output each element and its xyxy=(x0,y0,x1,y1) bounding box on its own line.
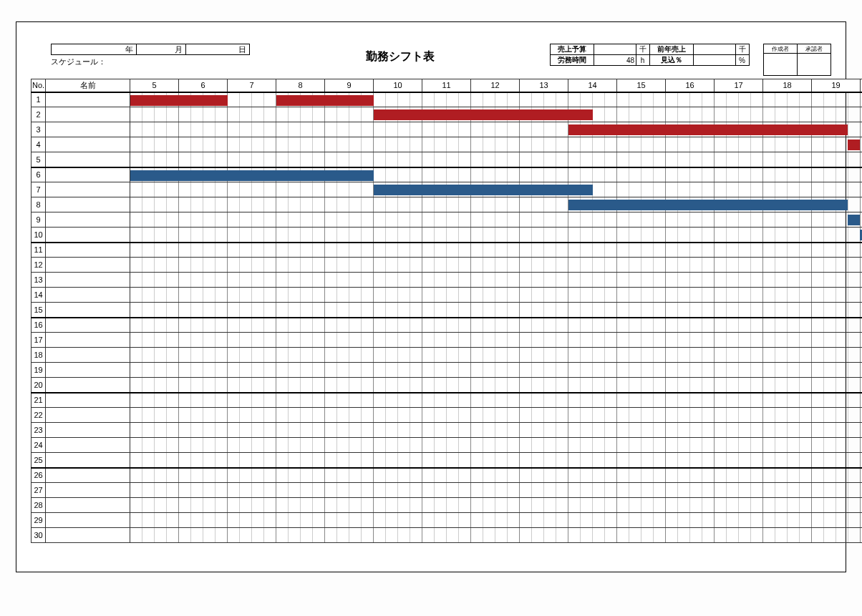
cell-timeline[interactable] xyxy=(130,348,863,363)
cell-timeline[interactable] xyxy=(130,258,863,273)
cell-timeline[interactable] xyxy=(130,423,863,438)
cell-no: 5 xyxy=(32,152,46,167)
cell-timeline[interactable] xyxy=(130,137,863,152)
cell-name[interactable] xyxy=(46,273,130,288)
cell-name[interactable] xyxy=(46,92,130,107)
budget-label: 売上予算 xyxy=(550,44,594,55)
shift-bar xyxy=(374,109,593,120)
cell-timeline[interactable] xyxy=(130,483,863,498)
cell-name[interactable] xyxy=(46,303,130,318)
col-hour-12: 12 xyxy=(471,79,520,92)
col-hour-7: 7 xyxy=(228,79,276,92)
cell-no: 27 xyxy=(32,483,46,498)
cell-timeline[interactable] xyxy=(130,197,863,212)
cell-name[interactable] xyxy=(46,228,130,243)
ratio-value[interactable] xyxy=(693,54,736,66)
shift-bar xyxy=(848,215,860,225)
cell-timeline[interactable] xyxy=(130,152,863,167)
budget-value[interactable] xyxy=(594,44,636,55)
cell-timeline[interactable] xyxy=(130,303,863,318)
table-row: 17 xyxy=(32,333,863,348)
col-hour-19: 19 xyxy=(812,79,861,92)
cell-name[interactable] xyxy=(46,393,130,408)
cell-timeline[interactable] xyxy=(130,468,863,483)
cell-timeline[interactable] xyxy=(130,107,863,122)
cell-timeline[interactable] xyxy=(130,363,863,378)
cell-timeline[interactable] xyxy=(130,333,863,348)
budget-unit: 千 xyxy=(636,44,650,55)
cell-name[interactable] xyxy=(46,498,130,513)
cell-timeline[interactable] xyxy=(130,528,863,543)
cell-name[interactable] xyxy=(46,288,130,303)
cell-timeline[interactable] xyxy=(130,378,863,393)
cell-timeline[interactable] xyxy=(130,243,863,258)
cell-timeline[interactable] xyxy=(130,167,863,182)
cell-timeline[interactable] xyxy=(130,182,863,197)
stamp-creator-box[interactable] xyxy=(764,54,797,75)
cell-name[interactable] xyxy=(46,363,130,378)
cell-name[interactable] xyxy=(46,468,130,483)
cell-timeline[interactable] xyxy=(130,438,863,453)
cell-name[interactable] xyxy=(46,243,130,258)
cell-name[interactable] xyxy=(46,438,130,453)
cell-name[interactable] xyxy=(46,408,130,423)
cell-timeline[interactable] xyxy=(130,498,863,513)
cell-name[interactable] xyxy=(46,423,130,438)
shift-bar xyxy=(276,95,374,106)
month-cell[interactable]: 月 xyxy=(136,44,186,55)
cell-timeline[interactable] xyxy=(130,393,863,408)
cell-name[interactable] xyxy=(46,528,130,543)
cell-name[interactable] xyxy=(46,122,130,137)
cell-name[interactable] xyxy=(46,318,130,333)
cell-no: 9 xyxy=(32,212,46,228)
cell-name[interactable] xyxy=(46,483,130,498)
cell-name[interactable] xyxy=(46,167,130,182)
cell-timeline[interactable] xyxy=(130,228,863,243)
schedule-label: スケジュール： xyxy=(51,57,250,67)
cell-name[interactable] xyxy=(46,107,130,122)
cell-timeline[interactable] xyxy=(130,92,863,107)
table-row: 74.5 xyxy=(32,182,863,197)
prev-value[interactable] xyxy=(693,44,736,55)
grid-header-row: No.名前56789101112131415161718192021222324… xyxy=(32,79,863,92)
ratio-unit: % xyxy=(735,54,750,66)
col-hour-14: 14 xyxy=(568,79,617,92)
cell-timeline[interactable] xyxy=(130,453,863,468)
cell-timeline[interactable] xyxy=(130,273,863,288)
cell-timeline[interactable] xyxy=(130,212,863,228)
cell-name[interactable] xyxy=(46,453,130,468)
year-cell[interactable]: 年 xyxy=(51,44,137,55)
table-row: 24.5 xyxy=(32,107,863,122)
cell-name[interactable] xyxy=(46,258,130,273)
cell-timeline[interactable] xyxy=(130,408,863,423)
cell-timeline[interactable] xyxy=(130,318,863,333)
col-hour-11: 11 xyxy=(422,79,471,92)
cell-name[interactable] xyxy=(46,152,130,167)
cell-no: 10 xyxy=(32,228,46,243)
cell-no: 18 xyxy=(32,348,46,363)
cell-timeline[interactable] xyxy=(130,513,863,528)
cell-name[interactable] xyxy=(46,212,130,228)
cell-no: 26 xyxy=(32,468,46,483)
day-cell[interactable]: 日 xyxy=(185,44,250,55)
ratio-label: 見込％ xyxy=(649,54,694,66)
cell-name[interactable] xyxy=(46,513,130,528)
shift-bar xyxy=(568,124,848,135)
table-row: 108.5 xyxy=(32,228,863,243)
cell-name[interactable] xyxy=(46,333,130,348)
stamp-approver-box[interactable] xyxy=(798,54,830,75)
cell-name[interactable] xyxy=(46,137,130,152)
table-row: 90.25 xyxy=(32,212,863,228)
cell-timeline[interactable] xyxy=(130,122,863,137)
labor-value[interactable]: 48 xyxy=(594,54,636,66)
cell-no: 2 xyxy=(32,107,46,122)
cell-name[interactable] xyxy=(46,378,130,393)
cell-timeline[interactable] xyxy=(130,288,863,303)
cell-name[interactable] xyxy=(46,197,130,212)
table-row: 11 xyxy=(32,243,863,258)
table-row: 14 xyxy=(32,288,863,303)
table-row: 18 xyxy=(32,348,863,363)
cell-name[interactable] xyxy=(46,348,130,363)
col-hour-15: 15 xyxy=(617,79,666,92)
cell-name[interactable] xyxy=(46,182,130,197)
